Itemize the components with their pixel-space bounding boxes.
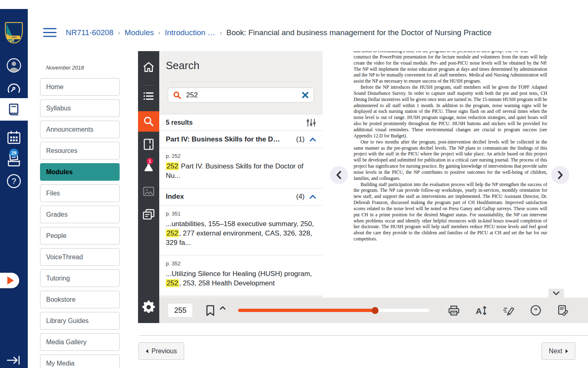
toc-button[interactable] — [138, 90, 159, 102]
book-paragraph: Building staff participation into the ev… — [354, 182, 547, 242]
page-number-input[interactable] — [168, 304, 192, 317]
notebook-button[interactable] — [138, 138, 159, 150]
bookmark-icon[interactable] — [206, 305, 215, 316]
svg-text:?: ? — [11, 177, 16, 186]
sidebar-item-my-media[interactable]: My Media — [40, 355, 120, 368]
search-panel-title: Search — [159, 51, 323, 72]
previous-module-item-button[interactable]: Previous — [138, 342, 184, 360]
search-result-p352[interactable]: p. 352 ...Utilizing Silence for Healing … — [159, 256, 323, 296]
next-module-item-button[interactable]: Next — [541, 342, 575, 360]
account-nav-button[interactable] — [0, 58, 28, 73]
expand-sidebar-button[interactable] — [0, 355, 28, 366]
highlighter-button[interactable] — [503, 305, 514, 316]
print-icon — [448, 305, 460, 316]
courses-nav-button[interactable] — [0, 98, 28, 121]
search-result-p252[interactable]: p. 252 252 Part IV. Business Skills for … — [159, 148, 323, 188]
reader-rail: 1 — [138, 51, 159, 323]
chevron-up-icon — [310, 195, 316, 199]
sidebar-item-tutoring[interactable]: Tutoring — [40, 269, 120, 287]
highlighted-match: 252 — [166, 162, 179, 170]
result-snippet: ...Utilizing Silence for Healing (HUSH) … — [166, 269, 316, 288]
sidebar-item-syllabus[interactable]: Syllabus — [40, 99, 120, 117]
reader-settings-button[interactable] — [138, 300, 159, 313]
labs-button[interactable]: 1 — [138, 161, 159, 173]
sidebar-item-bookstore[interactable]: Bookstore — [40, 291, 120, 308]
svg-text:”: ” — [534, 307, 538, 314]
group-count: (1) — [296, 135, 305, 144]
result-group-header-part4[interactable]: Part IV: Business Skills for the D… (1) — [159, 131, 323, 148]
copy-citation-button[interactable] — [557, 305, 569, 316]
book-page-text: and assist in coordinating a time for th… — [354, 51, 547, 242]
sidebar-item-library-guides[interactable]: Library Guides — [40, 312, 120, 330]
home-icon — [143, 61, 155, 73]
reader-home-button[interactable] — [138, 61, 159, 73]
toc-icon — [143, 90, 155, 102]
triangle-left-icon — [146, 349, 148, 353]
play-icon — [7, 276, 14, 285]
book-paragraph: construct the PowerPoint presentation fo… — [354, 54, 547, 85]
result-page-label: p. 252 — [166, 153, 316, 159]
search-input[interactable] — [186, 91, 302, 99]
bookmark-chevron-up-icon[interactable] — [220, 306, 226, 310]
search-tab-button[interactable] — [138, 111, 159, 132]
calendar-icon — [6, 130, 22, 145]
print-button[interactable] — [448, 305, 460, 316]
breadcrumb-course[interactable]: NR711-60208 — [66, 28, 114, 37]
dashboard-nav-button[interactable] — [0, 81, 28, 94]
results-header: 5 results — [159, 114, 323, 131]
clear-search-icon[interactable] — [302, 92, 309, 99]
book-paragraph-clipped: and assist in coordinating a time for th… — [354, 51, 547, 54]
sidebar-item-files[interactable]: Files — [40, 184, 120, 202]
inbox-nav-button[interactable]: 29 — [0, 152, 28, 168]
result-group-header-index[interactable]: Index (4) — [159, 188, 323, 206]
quote-button[interactable]: ” — [530, 305, 541, 316]
book-paragraph: One to two months after the program, pos… — [354, 139, 547, 182]
calendar-nav-button[interactable] — [0, 130, 28, 145]
breadcrumb-modules[interactable]: Modules — [125, 28, 154, 37]
panel-divider — [169, 82, 312, 82]
institution-logo[interactable]: 1889 — [0, 22, 28, 43]
app-window: 1889 — [0, 0, 588, 368]
next-page-button[interactable] — [551, 166, 569, 184]
sidebar-item-voicethread[interactable]: VoiceThread — [40, 248, 120, 266]
course-menu-button[interactable] — [43, 27, 57, 38]
highlighted-match: 252 — [166, 229, 179, 237]
highlighted-match: 252 — [166, 279, 179, 287]
reading-progress-slider[interactable] — [238, 309, 429, 312]
flashcards-button[interactable] — [138, 209, 159, 221]
sidebar-item-home[interactable]: Home — [40, 78, 120, 96]
progress-thumb[interactable] — [372, 307, 379, 314]
search-input-icon — [173, 91, 181, 99]
flashcards-icon — [142, 209, 155, 221]
svg-text:A: A — [476, 306, 482, 315]
sidebar-item-modules[interactable]: Modules — [40, 163, 120, 181]
media-play-button[interactable] — [0, 273, 19, 288]
search-icon — [143, 116, 154, 127]
breadcrumb-module[interactable]: Introduction … — [165, 28, 216, 37]
scroll-down-button[interactable] — [548, 289, 564, 298]
text-size-button[interactable]: A — [475, 305, 487, 316]
text-size-icon: A — [475, 305, 487, 316]
ebook-reader: 1 — [138, 51, 588, 323]
note-link-icon — [557, 305, 569, 316]
previous-page-button[interactable] — [330, 166, 348, 184]
page-title: Book: Financial and business management … — [226, 28, 492, 37]
result-snippet: ...untabilities, 155–158 executive summa… — [166, 220, 316, 248]
logo-shield-icon: 1889 — [5, 22, 23, 43]
figures-button[interactable] — [138, 186, 159, 197]
sidebar-item-media-gallery[interactable]: Media Gallery — [40, 333, 120, 351]
sidebar-item-people[interactable]: People — [40, 227, 120, 245]
sidebar-item-announcements[interactable]: Announcements — [40, 121, 120, 138]
search-result-p351[interactable]: p. 351 ...untabilities, 155–158 executiv… — [159, 206, 323, 256]
quote-icon: ” — [530, 305, 541, 316]
filter-sort-icon[interactable] — [306, 118, 316, 127]
result-page-label: p. 351 — [166, 211, 316, 217]
help-nav-button[interactable]: ? — [0, 173, 28, 189]
breadcrumb-separator: › — [114, 29, 125, 36]
book-page-view: and assist in coordinating a time for th… — [323, 51, 588, 298]
sidebar-item-resources[interactable]: Resources — [40, 142, 120, 159]
result-snippet: 252 Part IV. Business Skills for the Doc… — [166, 162, 316, 181]
chevron-down-icon — [552, 291, 560, 296]
sidebar-item-grades[interactable]: Grades — [40, 206, 120, 223]
images-icon — [143, 186, 155, 197]
